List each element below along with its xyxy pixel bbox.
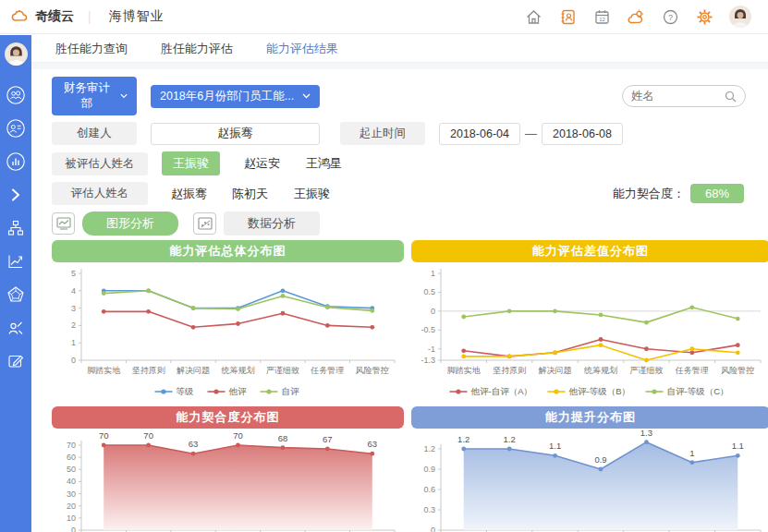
assessor-option[interactable]: 王振骏 (294, 186, 330, 202)
svg-text:50: 50 (67, 465, 76, 474)
creator-input[interactable] (151, 123, 320, 145)
svg-text:他评-等级（B）: 他评-等级（B） (567, 386, 630, 396)
view-toggle-row: 图形分析 数据分析 (52, 212, 746, 236)
svg-text:70: 70 (99, 430, 109, 441)
svg-text:?: ? (667, 13, 672, 22)
sidebar-item-radar[interactable] (0, 278, 31, 311)
chart-difference-distribution: 10.50-0.5-1-1.3脚踏实地坚持原则解决问题统筹规划严谨细致任务管理风… (411, 262, 768, 401)
svg-text:0.9: 0.9 (423, 465, 435, 474)
svg-text:严谨细致: 严谨细致 (266, 366, 299, 375)
charts-grid: 能力评估总体分布图 012345脚踏实地坚持原则解决问题统筹规划严谨细致任务管理… (52, 240, 746, 532)
chart-fit-distribution: 010203040506070脚踏实地坚持原则解决问题统筹规划严谨细致任务管理风… (52, 429, 404, 532)
creator-label: 创建人 (52, 122, 137, 145)
data-view-icon[interactable] (193, 212, 216, 235)
svg-text:1.1: 1.1 (732, 441, 744, 451)
svg-text:统筹规划: 统筹规划 (222, 366, 255, 375)
date-start-input[interactable] (439, 123, 520, 145)
svg-text:-1.3: -1.3 (421, 356, 435, 365)
assessee-selected[interactable]: 王振骏 (162, 151, 220, 175)
svg-text:1: 1 (689, 448, 694, 458)
svg-text:他评-自评（A）: 他评-自评（A） (469, 386, 531, 396)
app-window: 奇绩云 ｜ 海博智业 (0, 0, 768, 532)
svg-text:1.3: 1.3 (640, 429, 652, 438)
svg-text:自评: 自评 (282, 386, 300, 396)
sidebar-item-profile[interactable] (0, 112, 31, 145)
user-avatar[interactable] (729, 6, 751, 28)
assessor-label: 评估人姓名 (52, 182, 148, 205)
filters-panel: 财务审计部 2018年6月份部门员工能... (31, 69, 768, 532)
filter-row-assessors: 评估人姓名 赵振骞 陈初天 王振骏 能力契合度： 68% (52, 182, 746, 205)
chevron-down-icon (120, 93, 128, 99)
assessor-option[interactable]: 赵振骞 (171, 186, 207, 202)
data-analysis-button[interactable]: 数据分析 (224, 212, 320, 236)
chart-title-improvement: 能力提升分布图 (411, 406, 768, 429)
svg-text:脚踏实地: 脚踏实地 (87, 366, 120, 375)
fit-indicator: 能力契合度： 68% (613, 184, 746, 203)
fit-value-badge: 68% (690, 184, 744, 203)
name-search-input[interactable] (631, 90, 725, 103)
search-icon[interactable] (725, 91, 737, 103)
home-icon[interactable] (524, 7, 542, 26)
help-icon[interactable]: ? (661, 7, 679, 26)
sidebar-item-trend[interactable] (0, 245, 31, 278)
svg-text:70: 70 (143, 430, 153, 441)
tab-competency-evaluation[interactable]: 胜任能力评估 (161, 41, 233, 57)
fit-label: 能力契合度： (613, 186, 685, 202)
svg-text:68: 68 (278, 433, 288, 443)
department-dropdown[interactable]: 财务审计部 (52, 77, 137, 115)
svg-text:0: 0 (431, 307, 435, 316)
tab-competency-query[interactable]: 胜任能力查询 (55, 41, 128, 57)
svg-text:40: 40 (67, 477, 76, 486)
sidebar-item-promote[interactable] (0, 311, 31, 345)
assessee-option[interactable]: 王鸿星 (306, 155, 342, 172)
logo-text: 奇绩云 (35, 8, 74, 25)
svg-text:12: 12 (599, 17, 605, 22)
svg-text:70: 70 (233, 430, 243, 441)
sidebar-expand-icon[interactable] (0, 178, 31, 212)
svg-text:风险管控: 风险管控 (721, 366, 754, 375)
chart-title-difference: 能力评估差值分布图 (411, 240, 768, 262)
sidebar-item-users[interactable] (0, 79, 31, 112)
svg-text:脚踏实地: 脚踏实地 (447, 366, 481, 375)
sidebar-avatar[interactable] (5, 42, 28, 66)
sidebar-item-edit[interactable] (0, 345, 31, 378)
calendar-icon[interactable]: 12 (592, 7, 611, 26)
graph-analysis-button[interactable]: 图形分析 (82, 212, 178, 236)
logo-separator: ｜ (83, 8, 96, 25)
sidebar-item-stats[interactable] (0, 145, 31, 178)
chart-improvement-distribution: 00.30.60.91.2脚踏实地坚持原则解决问题统筹规划严谨细致任务管理风险管… (411, 429, 768, 532)
assessor-option[interactable]: 陈初天 (232, 186, 268, 202)
sidebar-item-org[interactable] (0, 212, 31, 245)
chart-overall-distribution: 012345脚踏实地坚持原则解决问题统筹规划严谨细致任务管理风险管控等级他评自评 (52, 262, 404, 401)
svg-text:1.2: 1.2 (423, 444, 435, 453)
svg-text:1: 1 (71, 338, 76, 347)
tab-evaluation-result[interactable]: 能力评估结果 (266, 41, 338, 57)
date-range-label: 起止时间 (340, 122, 425, 145)
svg-text:0: 0 (71, 526, 76, 532)
plan-dropdown[interactable]: 2018年6月份部门员工能... (151, 85, 320, 108)
contacts-icon[interactable] (558, 7, 577, 26)
settings-icon[interactable] (695, 7, 713, 26)
date-separator: — (525, 127, 537, 140)
cloud-logo-icon (11, 7, 30, 26)
brand-name: 海博智业 (109, 8, 165, 25)
chart-card-fit: 能力契合度分布图 010203040506070脚踏实地坚持原则解决问题统筹规划… (52, 406, 404, 532)
weather-icon[interactable] (627, 7, 645, 26)
chart-card-improvement: 能力提升分布图 00.30.60.91.2脚踏实地坚持原则解决问题统筹规划严谨细… (411, 406, 768, 532)
graph-view-icon[interactable] (52, 212, 75, 235)
svg-text:风险管控: 风险管控 (356, 366, 389, 375)
filter-row-assessees: 被评估人姓名 王振骏 赵运安 王鸿星 (52, 151, 746, 175)
svg-text:任务管理: 任务管理 (675, 366, 709, 375)
svg-text:0.3: 0.3 (423, 505, 435, 514)
assessee-option[interactable]: 赵运安 (244, 155, 280, 172)
svg-text:60: 60 (67, 453, 76, 462)
svg-text:0.6: 0.6 (423, 485, 435, 494)
filter-row-creator-dates: 创建人 起止时间 — (52, 122, 746, 145)
tab-bar: 胜任能力查询 胜任能力评估 能力评估结果 (31, 35, 768, 63)
svg-text:1.2: 1.2 (457, 434, 469, 444)
svg-text:63: 63 (367, 439, 377, 449)
date-end-input[interactable] (542, 123, 623, 145)
svg-text:坚持原则: 坚持原则 (132, 366, 165, 375)
svg-text:1.1: 1.1 (549, 441, 561, 451)
svg-text:67: 67 (323, 434, 333, 444)
